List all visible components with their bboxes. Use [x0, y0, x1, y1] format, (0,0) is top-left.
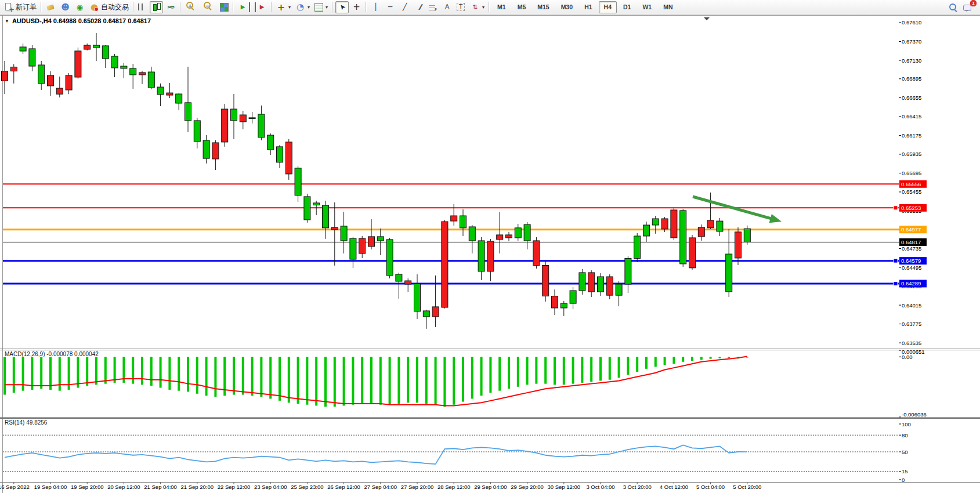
- candle-body: [359, 238, 366, 253]
- tf-m15-button[interactable]: M15: [532, 1, 554, 13]
- candle-body: [689, 238, 696, 268]
- cursor-icon: ➤: [335, 0, 349, 14]
- tf-d1-button[interactable]: D1: [618, 1, 636, 13]
- signal-icon: ◉: [75, 2, 85, 12]
- arrows-button[interactable]: ⇅▾: [468, 1, 486, 13]
- candle-body: [111, 56, 118, 68]
- candle-body: [698, 227, 704, 237]
- new-order-button[interactable]: 新订单: [2, 1, 38, 13]
- toolbar-group: +▾◔▾▾: [274, 1, 330, 13]
- text-a-icon: A: [442, 2, 452, 12]
- search-button[interactable]: [946, 1, 960, 13]
- text-button[interactable]: A: [440, 1, 454, 13]
- tf-mn-button[interactable]: MN: [658, 1, 678, 13]
- market-watch-button[interactable]: [44, 1, 57, 13]
- hline-button[interactable]: ─: [384, 1, 397, 13]
- candle-body: [497, 235, 503, 240]
- hline-icon: ─: [385, 2, 395, 12]
- templates-button[interactable]: ▾: [313, 1, 330, 13]
- auto-scroll-button[interactable]: ▶: [236, 1, 252, 13]
- candle-body: [231, 109, 237, 121]
- candle-body: [515, 228, 521, 238]
- candle-body: [93, 45, 100, 48]
- scroll-right-icon: ▶: [238, 2, 250, 12]
- zoom-in-button[interactable]: +: [183, 1, 200, 13]
- magnifier-icon: [948, 2, 958, 12]
- price-tick-label: 0.66895: [902, 75, 921, 82]
- time-label: 19 Sep 20:00: [71, 484, 104, 490]
- gold-tool-icon: [46, 2, 56, 12]
- candle-body: [194, 121, 200, 142]
- candle-body: [350, 238, 356, 259]
- autotrade-button[interactable]: 自动交易: [88, 1, 131, 13]
- time-label: 22 Sep 12:00: [218, 484, 251, 490]
- dropdown-arrow-icon[interactable]: ▾: [308, 5, 310, 10]
- time-label: 28 Sep 12:00: [437, 484, 471, 490]
- toolbar-group: 新订单: [2, 1, 38, 13]
- dropdown-arrow-icon[interactable]: ▾: [482, 5, 484, 10]
- price-tick-label: 0.65455: [902, 188, 921, 195]
- candle-body: [2, 71, 8, 81]
- candle-body: [451, 216, 457, 221]
- candle-body: [295, 168, 301, 195]
- candle-body: [560, 303, 567, 308]
- candle-body: [84, 45, 91, 49]
- tf-m1-button[interactable]: M1: [492, 1, 511, 13]
- price-badge-label: 0.65556: [901, 181, 921, 187]
- chat-button[interactable]: 1: [961, 1, 974, 13]
- candle-body: [368, 237, 375, 246]
- tf-w1-button-label: W1: [639, 3, 655, 10]
- tf-m1-button-label: M1: [494, 3, 509, 10]
- rsi-tick-label: 50: [902, 449, 908, 455]
- dropdown-arrow-icon[interactable]: ▾: [326, 5, 328, 10]
- tf-h4-button[interactable]: H4: [599, 1, 617, 13]
- indicator-plus-icon: +: [276, 2, 286, 12]
- periods-button[interactable]: ◔▾: [294, 1, 312, 13]
- data-window-button[interactable]: ☻: [59, 1, 72, 13]
- candle-body: [212, 143, 219, 159]
- candle-body: [377, 237, 384, 241]
- toolbar-group: ≈: [136, 1, 178, 13]
- candle-body: [203, 140, 209, 158]
- tf-d1-button-label: D1: [620, 3, 634, 10]
- chart-shift-button[interactable]: ▶: [253, 1, 269, 13]
- vline-button[interactable]: │: [369, 1, 382, 13]
- tf-h4-button-label: H4: [601, 3, 615, 10]
- time-label: 25 Sep 23:00: [291, 484, 324, 490]
- tf-m30-button[interactable]: M30: [556, 1, 578, 13]
- label-button[interactable]: T: [455, 1, 467, 13]
- channel-button[interactable]: ∕∕: [413, 1, 426, 13]
- tile-windows-button[interactable]: [218, 1, 230, 13]
- candle-body: [423, 311, 429, 317]
- time-label: 27 Sep 20:00: [401, 484, 434, 490]
- candle-body: [130, 68, 136, 75]
- price-tick-label: 0.66175: [902, 132, 921, 139]
- candle-body: [10, 67, 17, 71]
- new-order-button-label: 新订单: [16, 2, 37, 12]
- tf-h1-button[interactable]: H1: [579, 1, 597, 13]
- fibonacci-button[interactable]: [427, 1, 439, 13]
- chart-canvas[interactable]: 0.676100.673700.671300.668950.666550.664…: [0, 0, 980, 493]
- cursor-button[interactable]: ➤: [335, 1, 349, 13]
- crosshair-button[interactable]: +: [350, 1, 363, 13]
- tf-m5-button-label: M5: [514, 3, 530, 10]
- symbol-dropdown-icon[interactable]: ▼: [5, 19, 9, 24]
- zoom-out-button[interactable]: −: [201, 1, 217, 13]
- shift-left-icon: ▶: [255, 2, 267, 12]
- indicators-button[interactable]: +▾: [274, 1, 292, 13]
- trendline-button[interactable]: ╱: [398, 1, 411, 13]
- bar-chart-button[interactable]: [136, 1, 149, 13]
- template-icon: [314, 3, 323, 12]
- toolbar-separator: [180, 2, 181, 12]
- vline-icon: │: [371, 2, 381, 12]
- zoom-in-icon: +: [185, 1, 198, 13]
- candle-body: [267, 135, 274, 150]
- candle-body: [432, 307, 439, 317]
- tf-w1-button[interactable]: W1: [637, 1, 657, 13]
- line-chart-button[interactable]: ≈: [164, 1, 178, 13]
- alerts-button[interactable]: ◉: [73, 1, 86, 13]
- dropdown-arrow-icon[interactable]: ▾: [288, 5, 291, 10]
- tf-m5-button[interactable]: M5: [512, 1, 531, 13]
- candle-body: [588, 273, 595, 292]
- candle-chart-button[interactable]: [150, 1, 163, 13]
